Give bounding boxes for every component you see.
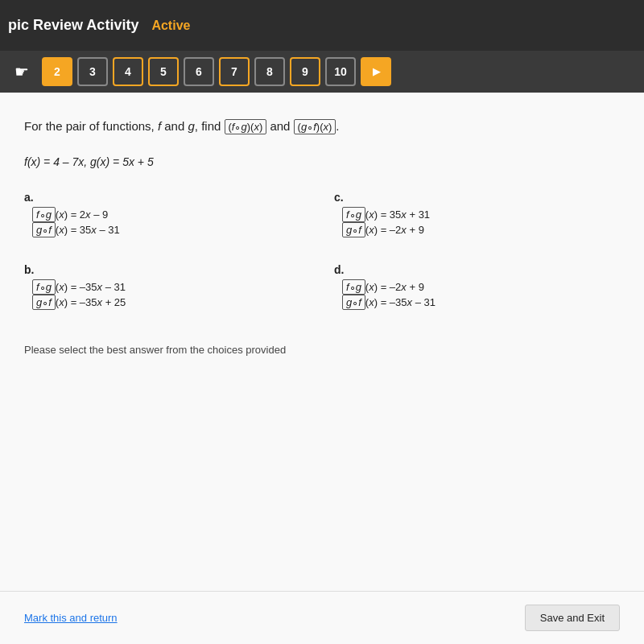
nav-btn-5[interactable]: 5 [148,57,179,86]
option-a-line2: g∘f(x) = 35x – 31 [24,224,310,236]
option-a[interactable]: a. f∘g(x) = 2x – 9 g∘f(x) = 35x – 31 [24,183,310,247]
option-c-label: c. [334,191,620,204]
nav-btn-9[interactable]: 9 [290,57,320,86]
nav-btn-3[interactable]: 3 [77,57,108,86]
page-footer: Mark this and return Save and Exit [0,591,644,644]
option-c-line1: f∘g(x) = 35x + 31 [334,208,620,221]
app-title: pic Review Activity [8,17,138,34]
option-a-line1: f∘g(x) = 2x – 9 [24,208,310,221]
nav-next-arrow[interactable]: ▶ [361,57,391,86]
option-d-label: d. [334,263,620,276]
option-d-line1: f∘g(x) = –2x + 9 [334,281,620,293]
cursor-icon[interactable]: ☛ [6,57,37,86]
question-instruction: For the pair of functions, f and g, find… [24,117,620,136]
nav-btn-7[interactable]: 7 [219,57,250,86]
option-b-label: b. [24,263,310,276]
option-d[interactable]: d. f∘g(x) = –2x + 9 g∘f(x) = –35x – 31 [334,255,620,320]
option-b-line1: f∘g(x) = –35x – 31 [24,281,310,293]
option-b-line2: g∘f(x) = –35x + 25 [24,296,310,308]
given-functions: f(x) = 4 – 7x, g(x) = 5x + 5 [24,155,620,168]
option-c[interactable]: c. f∘g(x) = 35x + 31 g∘f(x) = –2x + 9 [334,183,620,247]
app-header: pic Review Activity Active [0,0,644,51]
nav-btn-8[interactable]: 8 [254,57,285,86]
option-b[interactable]: b. f∘g(x) = –35x – 31 g∘f(x) = –35x + 25 [24,255,310,320]
save-exit-button[interactable]: Save and Exit [525,605,620,631]
question-navigation: ☛ 2 3 4 5 6 7 8 9 10 ▶ [0,51,644,93]
question-content: For the pair of functions, f and g, find… [0,93,644,592]
select-prompt: Please select the best answer from the c… [24,344,620,356]
nav-btn-6[interactable]: 6 [184,57,214,86]
status-badge: Active [151,19,190,33]
nav-btn-4[interactable]: 4 [113,57,143,86]
option-a-label: a. [24,191,310,204]
nav-btn-10[interactable]: 10 [325,57,356,86]
option-c-line2: g∘f(x) = –2x + 9 [334,224,620,236]
answer-options: a. f∘g(x) = 2x – 9 g∘f(x) = 35x – 31 c. … [24,183,620,320]
mark-return-link[interactable]: Mark this and return [24,612,118,624]
option-d-line2: g∘f(x) = –35x – 31 [334,296,620,308]
nav-btn-2[interactable]: 2 [42,57,72,86]
